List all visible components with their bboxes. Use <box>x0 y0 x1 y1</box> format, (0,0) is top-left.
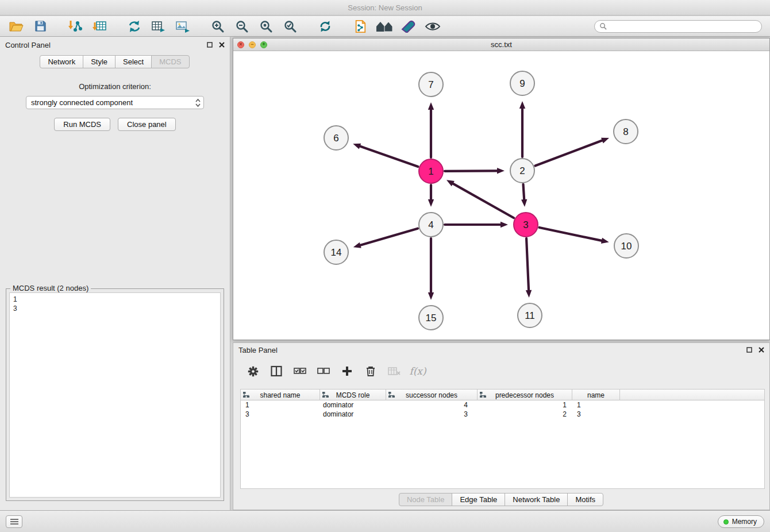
home-button[interactable] <box>374 18 395 35</box>
import-table-button[interactable] <box>89 18 110 35</box>
export-table-icon <box>151 20 166 33</box>
table-cell[interactable]: 1 <box>241 400 320 410</box>
network-canvas[interactable]: 7968124310141511 <box>233 51 769 340</box>
table-cell[interactable]: 1 <box>478 400 572 410</box>
import-network-button[interactable] <box>65 18 86 35</box>
table-cell[interactable]: dominator <box>320 400 386 410</box>
show-hide-button[interactable] <box>422 18 443 35</box>
edge-3-10[interactable] <box>539 228 609 244</box>
column-header-successor-nodes[interactable]: successor nodes <box>386 390 478 400</box>
style-tag-button[interactable] <box>398 18 419 35</box>
zoom-out-button[interactable] <box>232 18 252 35</box>
tab-network[interactable]: Network <box>40 55 83 68</box>
tab-select[interactable]: Select <box>115 55 152 68</box>
tab-mcds[interactable]: MCDS <box>151 55 189 68</box>
table-cell[interactable]: 3 <box>572 410 620 419</box>
float-panel-icon[interactable] <box>746 347 752 353</box>
tab-motifs[interactable]: Motifs <box>567 493 603 506</box>
task-history-button[interactable] <box>6 515 22 528</box>
edge-4-15[interactable] <box>428 238 434 300</box>
search-box[interactable] <box>594 20 762 33</box>
mcds-result-list[interactable]: 13 <box>9 292 221 498</box>
optimization-criterion-select[interactable]: strongly connected component <box>26 96 204 109</box>
home-icon <box>375 21 394 32</box>
edge-1-2[interactable] <box>445 168 505 174</box>
network-from-selection-button[interactable] <box>350 18 371 35</box>
tab-node-table[interactable]: Node Table <box>399 493 453 506</box>
refresh-button[interactable] <box>315 18 336 35</box>
edge-1-6[interactable] <box>353 144 418 167</box>
column-header-shared-name[interactable]: shared name <box>241 390 320 400</box>
open-session-button[interactable] <box>6 18 26 35</box>
node-14[interactable]: 14 <box>324 240 348 264</box>
tab-style[interactable]: Style <box>83 55 116 68</box>
node-2[interactable]: 2 <box>510 159 534 183</box>
node-1[interactable]: 1 <box>419 159 443 183</box>
node-8[interactable]: 8 <box>614 119 638 144</box>
edge-2-8[interactable] <box>535 138 609 166</box>
save-session-button[interactable] <box>30 18 51 35</box>
edge-4-3[interactable] <box>445 222 508 228</box>
zoom-in-button[interactable] <box>207 18 228 35</box>
svg-text:1: 1 <box>428 166 433 177</box>
edge-3-1[interactable] <box>446 180 514 218</box>
node-7[interactable]: 7 <box>419 72 443 97</box>
close-panel-icon[interactable] <box>219 42 225 48</box>
zoom-fit-button[interactable] <box>256 18 276 35</box>
svg-text:10: 10 <box>621 241 632 252</box>
table-cell[interactable]: 3 <box>386 410 478 419</box>
columns-icon <box>271 365 282 377</box>
column-header-predecessor-nodes[interactable]: predecessor nodes <box>478 390 572 400</box>
add-column-button[interactable] <box>339 363 355 379</box>
table-cell[interactable]: 3 <box>241 410 320 419</box>
close-panel-icon[interactable] <box>759 347 764 353</box>
deselect-all-button[interactable] <box>315 363 332 379</box>
search-input[interactable] <box>610 22 757 30</box>
table-cell[interactable]: 4 <box>386 400 478 410</box>
edge-2-9[interactable] <box>519 101 525 157</box>
edge-2-3[interactable] <box>521 184 527 207</box>
table-cell[interactable]: dominator <box>320 410 386 419</box>
table-panel-title: Table Panel <box>238 346 278 354</box>
node-6[interactable]: 6 <box>324 126 348 150</box>
table-cell[interactable]: 1 <box>572 400 620 410</box>
maximize-window-button[interactable]: + <box>260 41 267 48</box>
column-header-name[interactable]: name <box>572 390 620 400</box>
memory-button[interactable]: Memory <box>718 515 764 528</box>
main-toolbar <box>0 16 770 37</box>
edge-3-11[interactable] <box>526 238 532 298</box>
load-network-button[interactable] <box>124 18 145 35</box>
delete-column-button[interactable] <box>363 363 379 379</box>
gear-icon <box>247 365 259 377</box>
export-table-button[interactable] <box>148 18 169 35</box>
edge-1-4[interactable] <box>428 185 434 207</box>
node-10[interactable]: 10 <box>614 234 638 258</box>
show-columns-button[interactable] <box>268 363 284 379</box>
node-3[interactable]: 3 <box>514 213 538 237</box>
close-panel-button[interactable]: Close panel <box>118 118 176 131</box>
zoom-selected-button[interactable] <box>280 18 301 35</box>
node-4[interactable]: 4 <box>419 213 443 237</box>
edge-4-14[interactable] <box>353 229 418 248</box>
tab-network-table[interactable]: Network Table <box>505 493 568 506</box>
node-15[interactable]: 15 <box>419 306 443 330</box>
run-mcds-button[interactable]: Run MCDS <box>54 118 110 131</box>
network-window: scc.txt × − + 7968124310141511 <box>233 38 770 340</box>
table-settings-button[interactable] <box>245 363 261 379</box>
table-cell[interactable]: 2 <box>478 410 572 419</box>
svg-text:4: 4 <box>428 219 433 230</box>
table-row[interactable]: 1dominator411 <box>241 400 764 410</box>
table-row[interactable]: 3dominator323 <box>241 410 764 419</box>
eye-icon <box>425 21 441 32</box>
node-11[interactable]: 11 <box>518 303 542 327</box>
edge-1-7[interactable] <box>428 102 434 157</box>
minimize-window-button[interactable]: − <box>249 41 256 48</box>
select-all-button[interactable] <box>292 363 308 379</box>
close-window-button[interactable]: × <box>237 41 244 48</box>
svg-text:3: 3 <box>523 219 528 230</box>
tab-edge-table[interactable]: Edge Table <box>452 493 505 506</box>
float-panel-icon[interactable] <box>207 42 213 48</box>
export-image-button[interactable] <box>172 18 193 35</box>
node-9[interactable]: 9 <box>510 71 534 95</box>
column-header-mcds-role[interactable]: MCDS role <box>320 390 386 400</box>
